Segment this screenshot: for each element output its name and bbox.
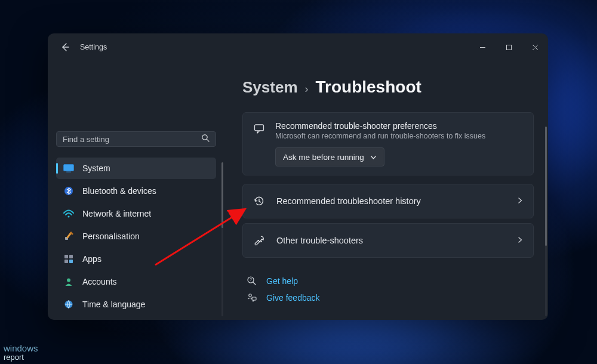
maximize-icon — [506, 44, 512, 51]
feedback-icon — [246, 292, 258, 303]
troubleshooter-history-row[interactable]: Recommended troubleshooter history — [242, 184, 534, 218]
svg-point-5 — [67, 215, 69, 217]
recommended-desc: Microsoft can recommend and run trouble-… — [275, 132, 524, 140]
personalisation-icon — [63, 231, 74, 242]
speech-bubble-icon — [253, 124, 266, 166]
back-button[interactable] — [56, 38, 74, 56]
desktop-wallpaper: Settings — [0, 0, 597, 364]
recommended-title: Recommended trouble-shooter preferences — [275, 121, 524, 131]
system-icon — [63, 163, 74, 174]
sidebar-item-label: Time & language — [82, 300, 145, 309]
sidebar-scrollbar[interactable] — [221, 162, 223, 316]
svg-point-16 — [249, 294, 251, 297]
svg-rect-3 — [66, 171, 71, 172]
chevron-right-icon: › — [305, 83, 309, 95]
svg-rect-7 — [64, 255, 68, 258]
sidebar-item-label: System — [82, 164, 110, 173]
svg-rect-10 — [69, 260, 73, 263]
other-troubleshooters-row[interactable]: Other trouble-shooters — [242, 223, 534, 258]
watermark: windows report — [4, 344, 38, 362]
bluetooth-icon — [63, 186, 74, 196]
search-box[interactable] — [56, 131, 216, 147]
get-help-link[interactable]: ? Get help — [246, 276, 534, 286]
svg-rect-8 — [69, 255, 73, 258]
network-icon — [63, 208, 74, 219]
sidebar-item-label: Accounts — [82, 277, 117, 286]
sidebar-item-apps[interactable]: Apps — [56, 248, 216, 270]
sidebar-scrollbar-thumb[interactable] — [221, 162, 223, 228]
main-scrollbar[interactable] — [545, 127, 547, 316]
dropdown-value: Ask me before running — [283, 153, 364, 162]
titlebar: Settings — [48, 33, 548, 61]
give-feedback-text: Give feedback — [266, 293, 320, 303]
chevron-right-icon — [516, 236, 524, 245]
svg-rect-2 — [64, 165, 74, 171]
settings-window: Settings — [48, 33, 548, 320]
sidebar-nav: System Bluetooth & devices Network & int… — [56, 158, 216, 315]
svg-rect-0 — [506, 45, 511, 50]
svg-rect-9 — [64, 260, 68, 263]
give-feedback-link[interactable]: Give feedback — [246, 292, 534, 303]
page-title: Troubleshoot — [316, 78, 421, 97]
breadcrumb-parent[interactable]: System — [242, 78, 298, 97]
svg-text:?: ? — [250, 277, 252, 282]
accounts-icon — [63, 276, 74, 287]
breadcrumb: System › Troubleshoot — [242, 78, 534, 97]
chevron-right-icon — [516, 196, 524, 206]
sidebar-item-system[interactable]: System — [56, 158, 216, 179]
help-links: ? Get help Give feedback — [242, 276, 534, 303]
svg-rect-17 — [252, 297, 256, 300]
history-icon — [253, 195, 266, 207]
close-button[interactable] — [522, 38, 548, 56]
chevron-down-icon — [370, 154, 377, 161]
recommended-preferences-panel: Recommended trouble-shooter preferences … — [242, 112, 534, 175]
search-input[interactable] — [63, 135, 201, 144]
row-label: Recommended troubleshooter history — [276, 196, 421, 206]
preference-dropdown[interactable]: Ask me before running — [275, 147, 384, 166]
sidebar-item-label: Network & internet — [82, 209, 151, 218]
minimize-button[interactable] — [469, 38, 496, 56]
watermark-line1: windows — [4, 344, 38, 353]
svg-rect-13 — [255, 125, 264, 131]
wrench-icon — [253, 235, 266, 246]
back-arrow-icon — [60, 42, 70, 52]
main-scrollbar-thumb[interactable] — [545, 127, 547, 246]
sidebar-item-network[interactable]: Network & internet — [56, 203, 216, 224]
close-icon — [532, 44, 538, 51]
sidebar-item-label: Bluetooth & devices — [82, 186, 156, 196]
sidebar-item-personalisation[interactable]: Personalisation — [56, 226, 216, 247]
sidebar-item-time[interactable]: Time & language — [56, 294, 216, 315]
main-panel: System › Troubleshoot Recommended troubl… — [224, 61, 548, 320]
svg-point-11 — [67, 279, 70, 282]
get-help-icon: ? — [246, 276, 258, 286]
sidebar-item-bluetooth[interactable]: Bluetooth & devices — [56, 180, 216, 202]
apps-icon — [63, 254, 74, 264]
maximize-button[interactable] — [496, 38, 522, 56]
get-help-text: Get help — [266, 276, 298, 286]
window-title: Settings — [80, 43, 107, 51]
sidebar-item-label: Personalisation — [82, 232, 140, 241]
time-language-icon — [63, 299, 74, 310]
search-icon — [201, 134, 210, 144]
minimize-icon — [479, 44, 486, 51]
window-controls — [469, 38, 548, 56]
sidebar: System Bluetooth & devices Network & int… — [48, 61, 224, 320]
sidebar-item-label: Apps — [82, 254, 101, 264]
row-label: Other trouble-shooters — [276, 236, 363, 245]
sidebar-item-accounts[interactable]: Accounts — [56, 271, 216, 292]
watermark-line2: report — [4, 353, 38, 362]
